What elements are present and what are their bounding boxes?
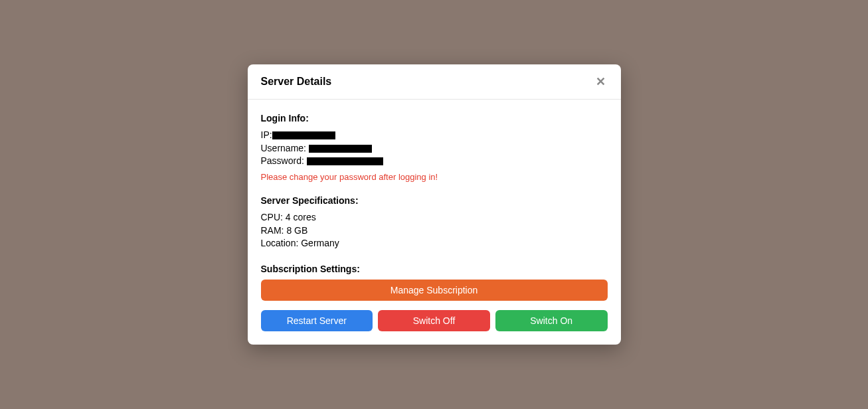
ip-label: IP: [261, 129, 272, 142]
spec-block: CPU: 4 cores RAM: 8 GB Location: Germany [261, 211, 608, 250]
spec-cpu: CPU: 4 cores [261, 211, 608, 224]
spec-location: Location: Germany [261, 237, 608, 250]
action-button-row: Restart Server Switch Off Switch On [261, 310, 608, 331]
modal-header: Server Details ✕ [248, 64, 621, 100]
password-row: Password: [261, 155, 608, 168]
modal-body: Login Info: IP: Username: Password: Plea… [248, 100, 621, 345]
ip-row: IP: [261, 129, 608, 142]
username-row: Username: [261, 142, 608, 155]
close-button[interactable]: ✕ [594, 75, 608, 88]
switch-on-button[interactable]: Switch On [495, 310, 608, 331]
password-warning: Please change your password after loggin… [261, 172, 608, 182]
server-details-modal: Server Details ✕ Login Info: IP: Usernam… [248, 64, 621, 345]
username-value-redacted [309, 145, 372, 153]
password-label: Password: [261, 155, 304, 168]
spec-ram: RAM: 8 GB [261, 224, 608, 238]
manage-subscription-button[interactable]: Manage Subscription [261, 280, 608, 301]
modal-title: Server Details [261, 76, 332, 88]
server-specs-heading: Server Specifications: [261, 195, 608, 206]
username-label: Username: [261, 142, 306, 155]
close-icon: ✕ [596, 76, 606, 88]
switch-off-button[interactable]: Switch Off [378, 310, 490, 331]
ip-value-redacted [272, 131, 335, 139]
restart-server-button[interactable]: Restart Server [261, 310, 373, 331]
login-info-heading: Login Info: [261, 113, 608, 123]
subscription-heading: Subscription Settings: [261, 264, 608, 274]
password-value-redacted [307, 157, 383, 165]
